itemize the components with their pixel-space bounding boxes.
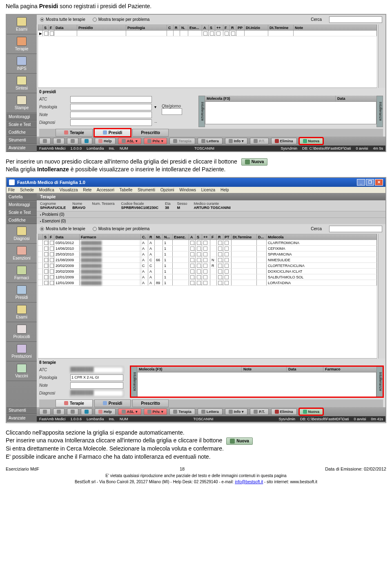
- table-row[interactable]: 14/06/2010████████AA1CEFIXIMA: [38, 246, 377, 251]
- pt-button[interactable]: P.T.: [250, 138, 268, 144]
- intol-toggle-2r[interactable]: Intolleranze: [376, 366, 383, 397]
- pt-button-2[interactable]: P.T.: [250, 408, 268, 415]
- nav-prev[interactable]: [53, 138, 65, 144]
- table-row[interactable]: 12/01/2009████████AA891LORATADINA: [38, 280, 377, 286]
- sidebar-item-protocolli[interactable]: Protocolli: [7, 322, 37, 342]
- menu-help[interactable]: Help: [220, 188, 229, 192]
- nav-next[interactable]: [67, 138, 78, 144]
- sidebar-item-diagnosi[interactable]: Diagnosi: [7, 224, 37, 244]
- sidemenu-scale[interactable]: Scale e Test: [7, 121, 37, 128]
- radio-problem[interactable]: Mostra terapie per problema: [93, 17, 150, 22]
- sidemenu-codifiche[interactable]: Codifiche: [7, 128, 37, 136]
- note-field[interactable]: [70, 112, 152, 118]
- empty-row[interactable]: ▶: [38, 31, 377, 36]
- tab-terapie-2[interactable]: Terapie: [56, 399, 93, 407]
- sidemenu-scale[interactable]: Scale e Test: [7, 209, 37, 216]
- atc-field[interactable]: [70, 96, 152, 103]
- help-button-2[interactable]: Help: [95, 408, 116, 415]
- asl-button-2[interactable]: ASL▾: [118, 408, 141, 415]
- atc-field-2[interactable]: ████████: [70, 367, 123, 373]
- intol-toggle-2[interactable]: Intolleranze: [131, 366, 137, 397]
- lettera-button-2[interactable]: Lettera: [198, 408, 223, 415]
- radio-problem-2[interactable]: Mostra terapie per problema: [93, 226, 150, 231]
- scrollbar[interactable]: [378, 25, 385, 88]
- menu-tabelle[interactable]: Tabelle: [120, 188, 133, 192]
- help-button[interactable]: Help: [95, 138, 116, 144]
- table-row[interactable]: 12/01/2009████████AA1SALBUTAMOLO SOL: [38, 274, 377, 280]
- intol-grid-2[interactable]: [137, 372, 376, 397]
- table-row[interactable]: 03/01/2012████████AA1CLARITROMICINA: [38, 240, 377, 246]
- diagnosi-field-2[interactable]: ████████: [70, 390, 123, 397]
- tab-presidi-2[interactable]: Presidi: [94, 399, 131, 407]
- nav-first-2[interactable]: [39, 408, 51, 415]
- presidi-grid[interactable]: S F Data Presidio Posologia C R N. Ese..…: [38, 25, 377, 88]
- diagnosi-field[interactable]: [70, 119, 152, 126]
- sidemenu-codifiche[interactable]: Codifiche: [7, 216, 37, 224]
- menu-schede[interactable]: Schede: [20, 188, 34, 192]
- minimize-button[interactable]: _: [357, 179, 365, 186]
- menu-visualizza[interactable]: Visualizza: [60, 188, 78, 192]
- nav-confirm[interactable]: [81, 138, 92, 144]
- nuova-button[interactable]: Nuova: [299, 138, 323, 144]
- search-input-2[interactable]: [329, 226, 382, 232]
- terapia-button[interactable]: Terapia: [169, 138, 195, 144]
- table-row[interactable]: 21/08/2009████████AC661NNIMESULIDE: [38, 257, 377, 263]
- sidebar-item-prestazioni[interactable]: Prestazioni: [7, 342, 37, 361]
- nav-confirm-2[interactable]: [81, 408, 92, 415]
- lettera-button[interactable]: Lettera: [198, 138, 223, 144]
- menu-accessori[interactable]: Accessori: [97, 188, 114, 192]
- radio-all-2[interactable]: Mostra tutte le terapie: [40, 226, 85, 231]
- sidemenu-monitoraggi[interactable]: Monitoraggi: [7, 113, 37, 121]
- priv-button[interactable]: Priv.▾: [144, 138, 167, 144]
- sidemenu-avanzate[interactable]: Avanzate: [7, 144, 37, 152]
- sidebar-item-sintesi[interactable]: Sintesi: [7, 74, 37, 93]
- sidemenu-strumenti[interactable]: Strumenti: [7, 136, 37, 144]
- intolleranze-toggle-r[interactable]: Intolleranze: [376, 96, 383, 127]
- sidemenu-strumenti[interactable]: Strumenti: [7, 406, 37, 414]
- nav-next-2[interactable]: [67, 408, 78, 415]
- esenzioni-expander[interactable]: Esenzioni (0): [37, 217, 385, 224]
- menu-windows[interactable]: Windows: [179, 188, 196, 192]
- tab-prescritto-2[interactable]: Prescritto: [132, 399, 169, 407]
- asl-button[interactable]: ASL▾: [118, 138, 141, 144]
- site-link[interactable]: www.bestsoft.it: [290, 480, 317, 484]
- qta-field[interactable]: [162, 108, 182, 115]
- tab-prescritto[interactable]: Prescritto: [132, 129, 169, 137]
- info-button-2[interactable]: Info▾: [225, 408, 248, 415]
- table-row[interactable]: 20/02/2009████████CC1RCLORTETRACICLINA: [38, 263, 377, 269]
- nav-prev-2[interactable]: [53, 408, 65, 415]
- note-field-2[interactable]: [70, 382, 123, 389]
- scrollbar-2[interactable]: [378, 234, 385, 359]
- sidebar-item-farmaci[interactable]: Farmaci: [7, 263, 37, 283]
- intolleranze-toggle[interactable]: Intolleranze: [198, 96, 205, 127]
- menu-licenza[interactable]: Licenza: [201, 188, 215, 192]
- menu-modifica[interactable]: Modifica: [39, 188, 54, 192]
- sidebar-item-inps[interactable]: INPS: [7, 54, 37, 74]
- table-row[interactable]: 20/02/2009████████AA1DOXICICLINA ICLAT: [38, 269, 377, 274]
- close-button[interactable]: ✕: [375, 179, 383, 186]
- sidebar-item-vaccini[interactable]: Vaccini: [7, 361, 37, 381]
- info-button[interactable]: Info▾: [225, 138, 248, 144]
- sidebar-item-stampe[interactable]: Stampe: [7, 93, 37, 113]
- sidebar-item-esami[interactable]: Esami: [7, 303, 37, 322]
- elimina-button[interactable]: Elimina: [271, 138, 297, 144]
- tab-presidi[interactable]: Presidi: [94, 129, 131, 137]
- email-link[interactable]: info@bestsoft.it: [235, 480, 263, 484]
- sidemenu-cartella[interactable]: Cartella: [7, 193, 37, 201]
- terapia-button-2[interactable]: Terapia: [169, 408, 195, 415]
- elimina-button-2[interactable]: Elimina: [271, 408, 297, 415]
- menu-opzioni[interactable]: Opzioni: [160, 188, 174, 192]
- sidemenu-avanzate[interactable]: Avanzate: [7, 414, 37, 422]
- menu-strumenti[interactable]: Strumenti: [138, 188, 155, 192]
- table-row[interactable]: 25/03/2010████████AA1SPIRAMICINA: [38, 251, 377, 257]
- sidebar-item-esenzioni[interactable]: Esenzioni: [7, 244, 37, 263]
- posologia-field-2[interactable]: 1 CPR X 2 AL GI: [70, 374, 123, 381]
- sidebar-item-presidi[interactable]: Presidi: [7, 283, 37, 303]
- menu-rete[interactable]: Rete: [83, 188, 91, 192]
- menu-file[interactable]: File: [8, 188, 15, 192]
- terapie-grid[interactable]: SFDataFarmacoC.RNt.N...Esenz.AS++FRPTDt.…: [38, 234, 377, 359]
- sidebar-item-terapie[interactable]: Terapie: [7, 34, 37, 54]
- radio-all[interactable]: Mostra tutte le terapie: [40, 17, 85, 22]
- problemi-expander[interactable]: Problemi (0): [37, 211, 385, 217]
- tab-terapie[interactable]: Terapie: [56, 129, 93, 137]
